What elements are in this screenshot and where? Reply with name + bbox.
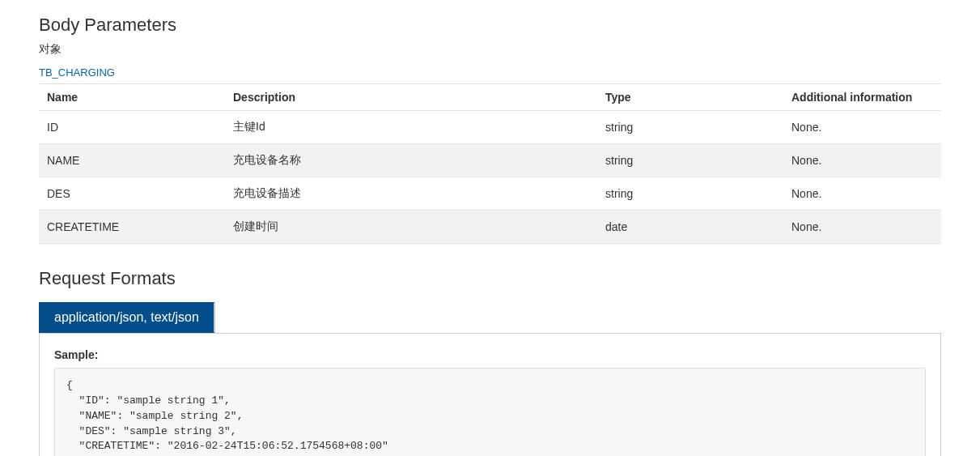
cell-description: 主键Id <box>225 111 597 144</box>
body-parameters-table: Name Description Type Additional informa… <box>39 83 941 244</box>
cell-additional: None. <box>783 144 941 177</box>
format-tab-bar: application/json, text/json <box>39 302 941 334</box>
column-header-additional: Additional information <box>783 84 941 111</box>
column-header-name: Name <box>39 84 225 111</box>
cell-description: 充电设备名称 <box>225 144 597 177</box>
cell-type: string <box>597 144 783 177</box>
sample-label: Sample: <box>54 348 926 361</box>
cell-name: DES <box>39 177 225 211</box>
body-parameters-subheading: 对象 <box>39 42 941 57</box>
column-header-description: Description <box>225 84 597 111</box>
cell-additional: None. <box>783 211 941 244</box>
cell-type: date <box>597 211 783 244</box>
request-formats-heading: Request Formats <box>39 268 941 289</box>
table-row: DES 充电设备描述 string None. <box>39 177 941 211</box>
table-row: ID 主键Id string None. <box>39 111 941 144</box>
tab-application-json[interactable]: application/json, text/json <box>39 302 215 333</box>
cell-description: 创建时间 <box>225 211 597 244</box>
type-link-tb-charging[interactable]: TB_CHARGING <box>39 66 115 79</box>
format-tab-content: Sample: { "ID": "sample string 1", "NAME… <box>39 334 941 456</box>
table-row: NAME 充电设备名称 string None. <box>39 144 941 177</box>
cell-additional: None. <box>783 111 941 144</box>
column-header-type: Type <box>597 84 783 111</box>
table-row: CREATETIME 创建时间 date None. <box>39 211 941 244</box>
cell-description: 充电设备描述 <box>225 177 597 211</box>
sample-code-block: { "ID": "sample string 1", "NAME": "samp… <box>54 368 926 456</box>
body-parameters-heading: Body Parameters <box>39 15 941 36</box>
cell-type: string <box>597 177 783 211</box>
cell-name: ID <box>39 111 225 144</box>
cell-additional: None. <box>783 177 941 211</box>
cell-type: string <box>597 111 783 144</box>
cell-name: NAME <box>39 144 225 177</box>
cell-name: CREATETIME <box>39 211 225 244</box>
